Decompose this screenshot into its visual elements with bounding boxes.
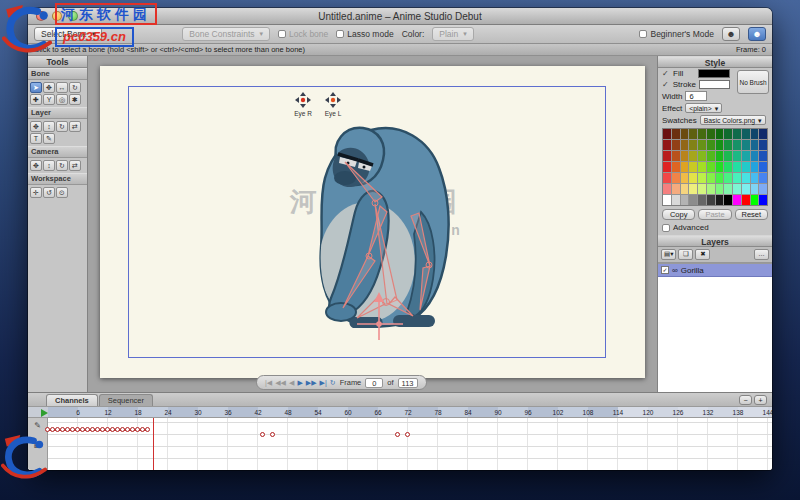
- palette-swatch[interactable]: [663, 129, 671, 139]
- keyframe-dot[interactable]: [395, 432, 400, 437]
- copy-style-button[interactable]: Copy: [662, 209, 695, 220]
- jump-start-button[interactable]: |◀: [265, 379, 272, 386]
- palette-swatch[interactable]: [724, 184, 732, 194]
- zoom-workspace-tool[interactable]: ⊙: [56, 187, 68, 198]
- timeline-tab-sequencer[interactable]: Sequencer: [99, 394, 153, 406]
- advanced-checkbox[interactable]: [662, 224, 670, 232]
- note-tool[interactable]: ✎: [43, 133, 55, 144]
- step-forward-button[interactable]: ▶▶: [306, 379, 317, 386]
- palette-swatch[interactable]: [663, 195, 671, 205]
- rotate-layer-tool[interactable]: ↻: [56, 121, 68, 132]
- translate-bone-tool[interactable]: ✥: [43, 82, 55, 93]
- palette-swatch[interactable]: [698, 129, 706, 139]
- flip-layer-tool[interactable]: ⇄: [69, 121, 81, 132]
- palette-swatch[interactable]: [707, 195, 715, 205]
- palette-swatch[interactable]: [751, 195, 759, 205]
- timeline-zoom-out-button[interactable]: −: [739, 395, 752, 405]
- palette-swatch[interactable]: [759, 140, 767, 150]
- palette-swatch[interactable]: [681, 195, 689, 205]
- palette-swatch[interactable]: [707, 184, 715, 194]
- palette-swatch[interactable]: [751, 129, 759, 139]
- person-active-icon[interactable]: ☻: [748, 27, 766, 41]
- palette-swatch[interactable]: [698, 140, 706, 150]
- rotate-workspace-tool[interactable]: ↺: [43, 187, 55, 198]
- palette-swatch[interactable]: [707, 151, 715, 161]
- palette-swatch[interactable]: [742, 162, 750, 172]
- lock-bone-checkbox[interactable]: Lock bone: [278, 29, 328, 39]
- palette-swatch[interactable]: [742, 151, 750, 161]
- reparent-bone-tool[interactable]: Y: [43, 94, 55, 105]
- palette-swatch[interactable]: [733, 195, 741, 205]
- palette-swatch[interactable]: [716, 151, 724, 161]
- palette-swatch[interactable]: [672, 140, 680, 150]
- scale-layer-tool[interactable]: ↕: [43, 121, 55, 132]
- bone-strength-tool[interactable]: ◎: [56, 94, 68, 105]
- fill-check-icon[interactable]: ✓: [662, 69, 670, 78]
- palette-swatch[interactable]: [698, 184, 706, 194]
- palette-swatch[interactable]: [689, 140, 697, 150]
- palette-swatch[interactable]: [663, 151, 671, 161]
- palette-swatch[interactable]: [672, 162, 680, 172]
- add-bone-tool[interactable]: ✚: [30, 94, 42, 105]
- palette-swatch[interactable]: [698, 195, 706, 205]
- palette-swatch[interactable]: [733, 151, 741, 161]
- roll-camera-tool[interactable]: ↻: [56, 160, 68, 171]
- palette-swatch[interactable]: [681, 184, 689, 194]
- select-bone-tool[interactable]: ➤: [30, 82, 42, 93]
- gorilla-character[interactable]: [283, 116, 483, 346]
- palette-swatch[interactable]: [759, 162, 767, 172]
- palette-swatch[interactable]: [707, 173, 715, 183]
- palette-swatch[interactable]: [733, 140, 741, 150]
- paste-style-button[interactable]: Paste: [698, 209, 731, 220]
- palette-swatch[interactable]: [672, 151, 680, 161]
- palette-swatch[interactable]: [759, 195, 767, 205]
- palette-swatch[interactable]: [751, 173, 759, 183]
- palette-swatch[interactable]: [689, 151, 697, 161]
- palette-swatch[interactable]: [759, 129, 767, 139]
- beginners-mode-checkbox-box[interactable]: [639, 30, 647, 38]
- palette-swatch[interactable]: [751, 184, 759, 194]
- palette-swatch[interactable]: [672, 184, 680, 194]
- palette-swatch[interactable]: [716, 195, 724, 205]
- delete-layer-button[interactable]: ✖: [695, 249, 710, 260]
- palette-swatch[interactable]: [707, 129, 715, 139]
- palette-swatch[interactable]: [742, 173, 750, 183]
- palette-swatch[interactable]: [663, 184, 671, 194]
- palette-swatch[interactable]: [681, 173, 689, 183]
- palette-swatch[interactable]: [742, 140, 750, 150]
- lasso-mode-checkbox-box[interactable]: [336, 30, 344, 38]
- reset-style-button[interactable]: Reset: [735, 209, 768, 220]
- palette-swatch[interactable]: [681, 151, 689, 161]
- scale-bone-tool[interactable]: ↔: [56, 82, 68, 93]
- palette-swatch[interactable]: [716, 140, 724, 150]
- total-frames-input[interactable]: 113: [398, 378, 418, 388]
- palette-swatch[interactable]: [733, 173, 741, 183]
- playhead-marker[interactable]: [41, 409, 48, 417]
- palette-swatch[interactable]: [751, 140, 759, 150]
- palette-swatch[interactable]: [698, 173, 706, 183]
- palette-swatch[interactable]: [716, 173, 724, 183]
- track-camera-tool[interactable]: ✥: [30, 160, 42, 171]
- keyframe-dot[interactable]: [270, 432, 275, 437]
- palette-swatch[interactable]: [663, 140, 671, 150]
- timeline-grid[interactable]: ✎▦: [28, 418, 772, 470]
- palette-swatch[interactable]: [724, 173, 732, 183]
- layer-row[interactable]: ✓∞Gorilla: [658, 264, 772, 277]
- palette-swatch[interactable]: [707, 140, 715, 150]
- swatches-dropdown[interactable]: Basic Colors.png: [700, 115, 766, 125]
- palette-swatch[interactable]: [681, 140, 689, 150]
- palette-swatch[interactable]: [672, 173, 680, 183]
- eye-r-bone-marker[interactable]: [295, 92, 311, 108]
- palette-swatch[interactable]: [672, 129, 680, 139]
- fill-color-swatch[interactable]: [698, 69, 730, 78]
- keyframe-dot[interactable]: [145, 427, 150, 432]
- person-icon[interactable]: ☻: [722, 27, 740, 41]
- palette-swatch[interactable]: [742, 129, 750, 139]
- palette-swatch[interactable]: [716, 184, 724, 194]
- lasso-mode-checkbox[interactable]: Lasso mode: [336, 29, 393, 39]
- palette-swatch[interactable]: [759, 184, 767, 194]
- lock-bone-checkbox-box[interactable]: [278, 30, 286, 38]
- keyframe-dot[interactable]: [405, 432, 410, 437]
- palette-swatch[interactable]: [742, 195, 750, 205]
- palette-swatch[interactable]: [759, 173, 767, 183]
